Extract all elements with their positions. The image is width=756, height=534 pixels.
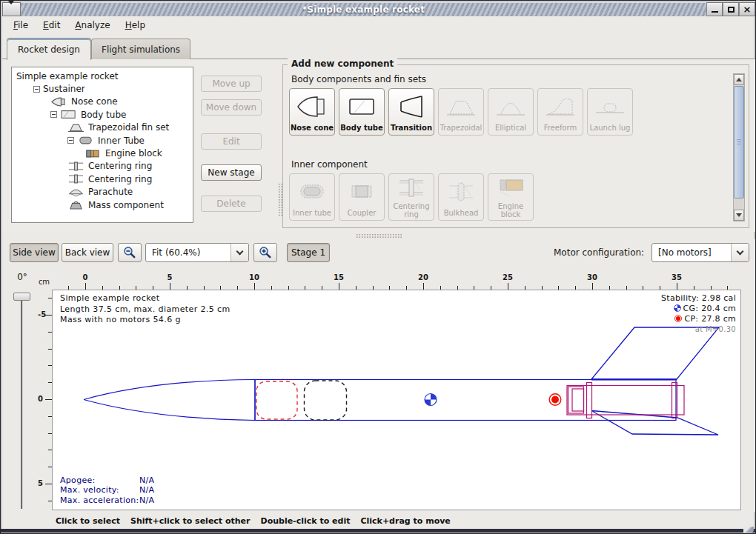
stage-1-toggle[interactable]: Stage 1 [287, 243, 330, 262]
add-body-tube-button[interactable]: Body tube [339, 88, 385, 136]
ruler-tick [45, 484, 52, 484]
add-engine-block-button[interactable]: Engine block [488, 173, 534, 221]
tree-row[interactable]: Inner Tube [12, 134, 193, 147]
tree-item-label: Inner Tube [98, 136, 145, 146]
stability-info: Stability: 2.98 cal CG: 20.4 cm CP: 27.8… [661, 293, 736, 335]
add-inner-tube-button[interactable]: Inner tube [289, 173, 335, 221]
ruler-tick [508, 283, 508, 290]
component-tree[interactable]: Simple example rocketSustainerNose coneB… [11, 67, 193, 223]
tree-row[interactable]: Mass component [12, 198, 193, 211]
tree-row[interactable]: Nose cone [12, 96, 193, 108]
resize-grip[interactable] [743, 527, 754, 533]
rotation-slider-track[interactable] [21, 296, 23, 509]
tree-row[interactable]: Centering ring [12, 173, 193, 185]
tree-expander-icon[interactable] [33, 86, 40, 93]
centering-ring-1[interactable] [587, 383, 592, 418]
rocket-canvas[interactable]: Simple example rocket Length 37.5 cm, ma… [52, 290, 741, 510]
edit-button[interactable]: Edit [201, 133, 262, 150]
add-freeform-button[interactable]: Freeform [537, 88, 583, 136]
zoom-out-button[interactable] [118, 243, 142, 262]
motor-dropdown-arrow[interactable] [731, 244, 749, 261]
zoom-in-button[interactable] [253, 243, 277, 262]
close-button[interactable]: × [739, 2, 755, 16]
delete-button[interactable]: Delete [201, 196, 262, 212]
ruler-tick [592, 283, 593, 290]
elliptical-icon [488, 89, 533, 124]
nose-cone-bottom[interactable] [84, 400, 255, 421]
add-transition-button[interactable]: Transition [388, 88, 434, 136]
add-bulkhead-button[interactable]: Bulkhead [438, 173, 484, 221]
ruler-tick [254, 283, 255, 290]
engine-block-outline[interactable] [568, 387, 584, 413]
cg-value: 20.4 cm [701, 304, 736, 313]
side-view-button[interactable]: Side view [10, 243, 59, 262]
splitter-handle[interactable] [356, 233, 402, 238]
scroll-down-button[interactable] [734, 210, 744, 221]
ruler-tick [170, 283, 170, 290]
lower-fin[interactable] [591, 411, 718, 435]
max-velocity-value: N/A [139, 485, 154, 495]
tree-row[interactable]: Sustainer [12, 82, 193, 95]
move-down-button[interactable]: Move down [201, 99, 262, 116]
horizontal-splitter[interactable] [2, 232, 755, 239]
motor-configuration-value: [No motors] [652, 247, 731, 258]
maximize-icon [728, 7, 735, 13]
arrow-up-icon [736, 78, 742, 81]
tree-row[interactable]: Simple example rocket [12, 70, 193, 82]
motor-configuration-select[interactable]: [No motors] [651, 243, 749, 262]
minimize-button[interactable] [706, 2, 723, 16]
scale-dropdown-arrow[interactable] [231, 244, 248, 261]
tree-row[interactable]: Centering ring [12, 160, 193, 173]
ruler-label: 15 [334, 273, 344, 281]
tree-item-label: Body tube [81, 110, 126, 120]
mass-component-outline[interactable] [305, 381, 347, 420]
add-trapezoidal-button[interactable]: Trapezoidal [438, 88, 484, 136]
window-bottom-border [1, 529, 756, 533]
add-nose-cone-button[interactable]: Nose cone [289, 88, 335, 136]
menu-file[interactable]: File [7, 19, 35, 32]
move-up-button[interactable]: Move up [201, 76, 262, 92]
scroll-up-button[interactable] [734, 74, 744, 85]
tree-row[interactable]: Engine block [12, 147, 193, 159]
title-stripes[interactable]: *Simple example rocket [21, 2, 706, 16]
tree-expander-icon[interactable] [67, 137, 74, 144]
tree-expander-icon[interactable] [50, 111, 57, 118]
menu-edit[interactable]: Edit [36, 19, 67, 32]
status-bar: Click to select Shift+click to select ot… [2, 513, 755, 529]
add-launch-lug-button[interactable]: Launch lug [587, 88, 633, 136]
rocket-outline[interactable] [84, 327, 719, 435]
component-scrollbar[interactable] [733, 73, 745, 221]
upper-fin[interactable] [591, 327, 719, 379]
add-new-component-group: Add new component Body components and fi… [282, 64, 749, 228]
tab-flight-simulations[interactable]: Flight simulations [91, 39, 190, 59]
scrollbar-thumb[interactable] [734, 86, 744, 198]
menu-help[interactable]: Help [119, 19, 152, 32]
inner-tube-outline[interactable] [567, 386, 684, 415]
tree-row[interactable]: Body tube [12, 108, 193, 121]
rotation-slider-handle[interactable] [13, 293, 30, 301]
inner-components-row: Inner tubeCouplerCentering ringBulkheadE… [289, 173, 534, 221]
inner-components[interactable] [567, 383, 684, 418]
tree-row[interactable]: Trapezoidal fin set [12, 121, 193, 134]
nose-cone-top[interactable] [84, 380, 255, 400]
parachute-outline[interactable] [256, 381, 297, 419]
ruler-label: 30 [587, 273, 597, 281]
back-view-button[interactable]: Back view [62, 243, 113, 262]
window-menu-button[interactable] [2, 2, 21, 16]
scale-select[interactable]: Fit (60.4%) [145, 243, 249, 262]
menu-analyze[interactable]: Analyze [68, 19, 116, 32]
component-button-label: Freeform [544, 124, 577, 135]
mass-component-icon [67, 200, 84, 210]
component-button-label: Nose cone [291, 124, 334, 135]
component-button-label: Centering ring [389, 202, 434, 221]
tree-row[interactable]: Parachute [12, 186, 193, 198]
maximize-button[interactable] [723, 2, 739, 16]
add-elliptical-button[interactable]: Elliptical [488, 88, 534, 136]
new-stage-button[interactable]: New stage [201, 164, 262, 181]
add-centering-ring-button[interactable]: Centering ring [388, 173, 434, 221]
tree-item-label: Engine block [105, 148, 162, 158]
tab-rocket-design[interactable]: Rocket design [7, 38, 91, 60]
group-title: Add new component [288, 59, 397, 69]
add-coupler-button[interactable]: Coupler [339, 173, 385, 221]
ruler-label: 25 [503, 273, 513, 281]
